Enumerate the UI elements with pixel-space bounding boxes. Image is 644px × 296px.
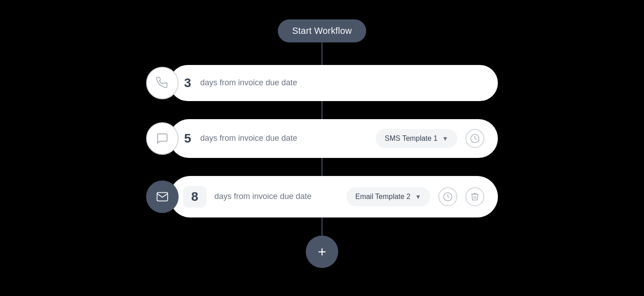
connector-line-1 [322, 42, 322, 65]
clock-icon-row2[interactable] [465, 129, 484, 148]
connector-line-3 [322, 158, 322, 176]
trash-icon [470, 192, 480, 202]
delete-button-row3[interactable] [465, 187, 484, 206]
workflow-row-1: 3 days from invoice due date [146, 65, 498, 101]
chat-icon [156, 132, 169, 145]
clock-icon-row3[interactable] [438, 187, 457, 206]
email-template-arrow-icon: ▼ [415, 193, 421, 200]
workflow-row-2: 5 days from invoice due date SMS Templat… [146, 119, 498, 158]
plus-icon: + [318, 245, 327, 259]
workflow-card-3: 8 days from invoice due date Email Templ… [170, 176, 498, 217]
days-label-3: days from invoice due date [215, 192, 312, 201]
workflow-card-1: 3 days from invoice due date [170, 65, 498, 101]
connector-line-2 [322, 101, 322, 119]
days-label-2: days from invoice due date [200, 134, 297, 143]
connector-line-4 [322, 217, 322, 236]
workflow-container: Start Workflow 3 days from invoice due d… [119, 10, 525, 286]
days-input-3[interactable]: 8 [183, 186, 207, 208]
days-label-1: days from invoice due date [200, 78, 297, 88]
add-step-button[interactable]: + [306, 236, 338, 268]
clock-svg-row3-icon [443, 192, 453, 202]
sms-template-dropdown[interactable]: SMS Template 1 ▼ [376, 129, 457, 148]
email-template-label: Email Template 2 [355, 193, 410, 201]
workflow-card-2: 5 days from invoice due date SMS Templat… [170, 119, 498, 158]
start-workflow-node[interactable]: Start Workflow [278, 19, 366, 42]
email-template-dropdown[interactable]: Email Template 2 ▼ [346, 187, 430, 206]
sms-template-arrow-icon: ▼ [442, 135, 448, 142]
workflow-row-3: 8 days from invoice due date Email Templ… [146, 176, 498, 217]
days-number-2: 5 [183, 131, 192, 146]
start-workflow-label: Start Workflow [292, 26, 352, 36]
sms-template-label: SMS Template 1 [385, 134, 437, 143]
phone-icon [156, 77, 169, 89]
days-number-1: 3 [183, 76, 192, 90]
clock-svg-icon [470, 134, 480, 143]
chat-icon-circle [146, 122, 179, 155]
phone-icon-circle [146, 67, 179, 99]
email-icon-circle [146, 180, 179, 213]
email-icon [156, 190, 169, 203]
